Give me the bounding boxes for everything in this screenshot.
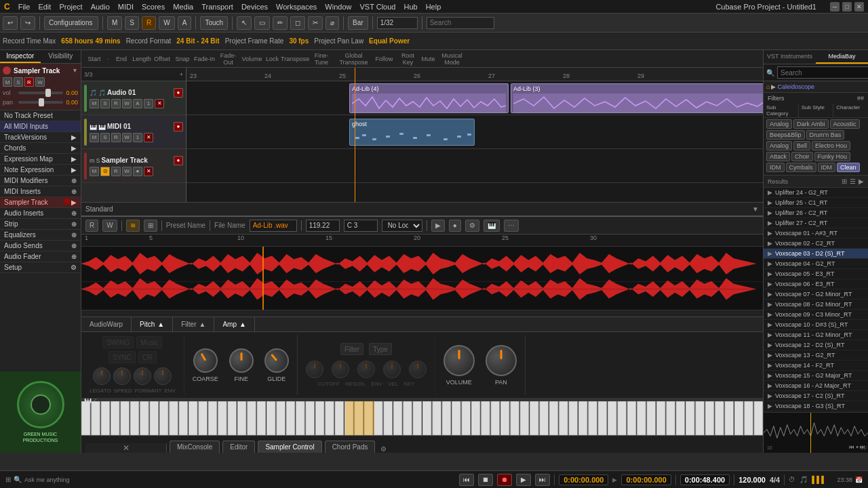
tab-editor[interactable]: Editor	[222, 441, 255, 453]
filter-cymbals[interactable]: Cymbals	[786, 163, 816, 172]
audio-close-btn[interactable]: ✕	[155, 99, 164, 108]
midi-mute-btn[interactable]: M	[90, 133, 99, 142]
result-voxscape16[interactable]: ▶ Voxscape 16 - A2 Major_RT	[764, 381, 868, 391]
sampler-rec2-btn[interactable]: ●	[133, 167, 142, 176]
midi-w-btn[interactable]: W	[122, 133, 132, 142]
result-uplifter27[interactable]: ▶ Uplifter 27 - C2_RT	[764, 218, 868, 228]
mode-m[interactable]: M	[107, 16, 122, 30]
results-list-icon[interactable]: ☰	[850, 178, 856, 185]
audio-solo-btn[interactable]: S	[100, 99, 110, 108]
menu-file[interactable]: File	[18, 3, 31, 11]
volume-fader[interactable]	[18, 92, 63, 94]
menu-scores[interactable]: Scores	[142, 3, 165, 11]
sampler-loop-select[interactable]: No Loop Loop Ping-Pong	[382, 220, 422, 232]
filter-vel-knob[interactable]	[383, 361, 401, 378]
piano-keys-container[interactable]: /* black keys would be computed */	[81, 401, 763, 435]
result-voxscape02[interactable]: ▶ Voxscape 02 - C2_RT	[764, 239, 868, 249]
equalizers-section[interactable]: Equalizers ⊕	[0, 230, 81, 241]
result-uplifter25[interactable]: ▶ Uplifter 25 - C1_RT	[764, 198, 868, 208]
results-sort-icon[interactable]: ⊞	[842, 178, 847, 185]
strip-section[interactable]: Strip ⊕	[0, 219, 81, 230]
filter-idm[interactable]: IDM	[766, 163, 785, 172]
chords-section[interactable]: Chords ▶	[0, 143, 81, 154]
vst-instruments-tab[interactable]: VST Instruments	[764, 50, 816, 64]
audiowarp-section[interactable]: AudioWarp	[81, 317, 132, 331]
audio-mute-btn[interactable]: M	[90, 99, 99, 108]
midi-inserts-section[interactable]: MIDI Inserts ⊕	[0, 186, 81, 197]
envelope-knob[interactable]	[154, 367, 172, 385]
resolution-input[interactable]	[377, 17, 418, 29]
tab-chord-pads[interactable]: Chord Pads	[325, 441, 376, 453]
scissors-tool[interactable]: ✂	[308, 16, 323, 30]
menu-midi[interactable]: MIDI	[118, 3, 134, 11]
result-voxscape03[interactable]: ▶ Voxscape 03 - D2 (S)_RT	[764, 249, 868, 259]
ghost-event[interactable]: ghost	[349, 119, 475, 146]
path-home-icon[interactable]: ⌂	[766, 83, 770, 90]
menu-transport[interactable]: Transport	[201, 3, 233, 11]
pitch-section[interactable]: Pitch ▲	[132, 317, 173, 331]
result-voxscape08[interactable]: ▶ Voxscape 08 - G2 Minor_RT	[764, 300, 868, 310]
audio-ch-btn[interactable]: 1	[144, 99, 153, 108]
sampler-pitch-input[interactable]	[306, 220, 340, 232]
menu-media[interactable]: Media	[173, 3, 193, 11]
filter-reso-knob[interactable]	[332, 361, 349, 378]
audio-r-btn[interactable]: R	[111, 99, 121, 108]
preview-controls[interactable]: ⏮ ▶ ⏭	[849, 444, 865, 450]
midi-r-btn[interactable]: R	[111, 133, 121, 142]
standard-expand[interactable]: ▼	[752, 205, 759, 213]
search-input[interactable]	[427, 17, 494, 29]
select-tool[interactable]: ▭	[254, 16, 270, 30]
result-voxscape13[interactable]: ▶ Voxscape 13 - G2_RT	[764, 350, 868, 361]
pan-fader[interactable]	[18, 101, 63, 104]
result-voxscape11[interactable]: ▶ Voxscape 11 - G2 Minor_RT	[764, 330, 868, 340]
filter-analog[interactable]: Analog	[766, 119, 792, 129]
filter-dark-ambi[interactable]: Dark Ambi	[793, 119, 829, 129]
mode-s[interactable]: S	[125, 16, 139, 30]
result-voxscape18[interactable]: ▶ Voxscape 18 - G3 (S)_RT	[764, 401, 868, 411]
sampler-rec-btn[interactable]: ●	[174, 156, 183, 165]
inspector-tab[interactable]: Inspector	[0, 50, 41, 63]
result-voxscape01[interactable]: ▶ Voxscape 01 - A#3_RT	[764, 228, 868, 239]
visibility-tab[interactable]: Visibility	[41, 50, 81, 63]
pan-knob2[interactable]	[486, 345, 517, 376]
tab-settings-icon[interactable]: ⚙	[380, 445, 387, 453]
tab-sampler-control[interactable]: Sampler Control	[258, 441, 321, 453]
sampler-w-btn[interactable]: W	[122, 167, 132, 176]
midi-solo-btn[interactable]: S	[100, 133, 110, 142]
speed-knob[interactable]	[113, 367, 131, 385]
fine-knob[interactable]	[229, 348, 254, 373]
music-btn[interactable]: Music	[136, 336, 162, 348]
amp-section[interactable]: Amp ▲	[214, 317, 254, 331]
result-voxscape05[interactable]: ▶ Voxscape 05 - E3_RT	[764, 269, 868, 279]
adlib3-event[interactable]: Ad-Lib (3)	[511, 83, 763, 113]
volume-knob[interactable]	[443, 345, 475, 376]
no-track-preset[interactable]: No Track Preset	[0, 110, 81, 121]
filter-cutoff-knob[interactable]	[306, 361, 323, 378]
mode-a[interactable]: A	[178, 16, 192, 30]
transport-record[interactable]: ⏺	[497, 474, 512, 486]
tab-mixconsole[interactable]: MixConsole	[170, 441, 220, 453]
audio-sends-section[interactable]: Audio Sends ⊕	[0, 241, 81, 251]
audio-inserts-section[interactable]: Audio Inserts ⊕	[0, 208, 81, 219]
audio-read-btn[interactable]: A	[133, 99, 142, 108]
audio-rec-btn[interactable]: ●	[174, 88, 183, 98]
sampler-piano-btn[interactable]: 🎹	[484, 220, 500, 232]
menu-audio[interactable]: Audio	[91, 3, 110, 11]
audio-w-btn[interactable]: W	[122, 99, 132, 108]
sampler-key-input[interactable]	[344, 220, 378, 232]
filter-beeps[interactable]: Beeps&Blip	[766, 130, 805, 140]
menu-project[interactable]: Project	[59, 3, 82, 11]
legato-knob[interactable]	[93, 367, 111, 385]
sampler-monitor-btn[interactable]: ⊙	[100, 167, 110, 176]
pointer-tool[interactable]: ↖	[237, 16, 252, 30]
filter-section-header[interactable]: Filter ▲	[173, 317, 214, 331]
cr-btn[interactable]: CR	[138, 351, 156, 363]
result-voxscape10[interactable]: ▶ Voxscape 10 - D#3 (S)_RT	[764, 320, 868, 330]
track-s-btn[interactable]: S	[14, 77, 23, 87]
touch-btn[interactable]: Touch	[200, 16, 228, 30]
result-voxscape09[interactable]: ▶ Voxscape 09 - C3 Minor_RT	[764, 310, 868, 320]
sampler-play-btn[interactable]: ▶	[431, 220, 445, 232]
sampler-close-btn[interactable]: ✕	[144, 167, 153, 176]
filter-attack[interactable]: Attack	[766, 152, 790, 161]
filter-key-knob[interactable]	[409, 361, 427, 378]
